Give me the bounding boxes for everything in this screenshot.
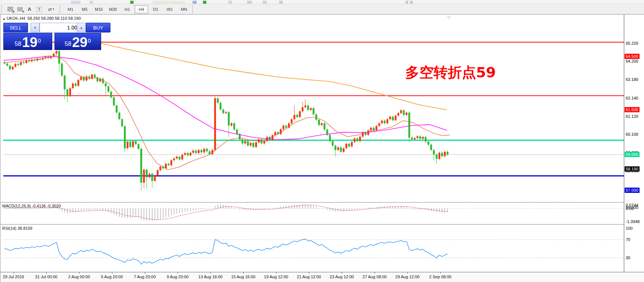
timeframe-button-m15[interactable]: M15 (92, 5, 106, 13)
clipped-icon (410, 1, 413, 4)
candle-body (61, 63, 63, 76)
time-axis-label: 23 Aug 12:00 (330, 275, 354, 279)
candle-body (354, 138, 356, 142)
clipped-icon (130, 1, 134, 4)
candle-body (107, 87, 109, 92)
timeframe-button-m1[interactable]: M1 (64, 5, 77, 13)
candle-body (397, 113, 399, 116)
candle-body (250, 143, 251, 145)
hatch-e-tool-icon[interactable]: E (5, 5, 15, 13)
buy-price-sup: 0 (88, 37, 91, 44)
rsi-plot[interactable] (3, 225, 624, 272)
candle-body (247, 141, 249, 145)
candle-body (255, 142, 257, 147)
candle-body (343, 148, 344, 152)
candle-body (110, 92, 112, 97)
candle-body (375, 126, 377, 131)
candle-body (370, 128, 372, 130)
time-axis-label: 2 Sep 08:00 (429, 275, 451, 279)
sell-price-sup: 0 (38, 37, 41, 44)
price-axis-label: 65.220 (626, 41, 638, 46)
text-label-tool-icon[interactable]: T (34, 5, 44, 13)
candle-body (329, 135, 331, 141)
candle-body (66, 90, 68, 96)
buy-button[interactable]: BUY (86, 23, 110, 32)
candle-body (64, 76, 66, 90)
sell-price-panel[interactable]: 58 19 0 (3, 33, 52, 50)
timeframe-button-w1[interactable]: W1 (163, 5, 176, 13)
time-tick (243, 272, 244, 274)
text-tool-icon[interactable]: A (25, 5, 34, 13)
candle-body (348, 144, 350, 146)
candle-body (282, 126, 284, 129)
timeframe-button-m5[interactable]: M5 (78, 5, 91, 13)
volume-down-spinner[interactable]: ▼ (31, 23, 40, 32)
candle-body (222, 110, 224, 113)
candle-body (422, 137, 424, 139)
price-axis-label: 60.100 (626, 132, 638, 137)
candle-body (321, 123, 323, 125)
timeframe-button-d1[interactable]: D1 (149, 5, 162, 13)
clipped-icon (247, 1, 252, 4)
candle-body (132, 141, 134, 147)
candle-body (220, 103, 222, 110)
timeframe-bar: M1M5M15M30H1H4D1W1MN (63, 5, 191, 13)
candle-body (233, 123, 235, 129)
time-tick (440, 272, 441, 274)
timeframe-button-m30[interactable]: M30 (106, 5, 120, 13)
buy-price-panel[interactable]: 58 29 0 (54, 33, 101, 50)
candle-body (318, 120, 320, 125)
grid-f-tool-icon[interactable]: F (15, 5, 25, 13)
rsi-title: RSI(14) 38.8159 (2, 226, 32, 231)
chart-shift-marker[interactable]: ▽ (447, 15, 450, 20)
candle-body (126, 142, 128, 148)
price-axis-label: 61.120 (626, 114, 638, 119)
candle-body (280, 129, 282, 134)
macd-title: MACD(12,26,9) -0.4136 -0.3033 (2, 204, 61, 208)
volume-input[interactable] (40, 23, 80, 32)
candle-body (231, 123, 232, 125)
panel-separator[interactable] (0, 202, 644, 203)
macd-plot[interactable] (3, 203, 624, 224)
candle-body (12, 67, 13, 69)
candle-body (261, 140, 263, 144)
candle-body (171, 160, 172, 165)
candle-body (217, 98, 219, 103)
ohlc-quote: 58.250 58.280 58.110 58.190 (28, 16, 81, 21)
time-axis-label: 31 Jul 00:00 (35, 275, 57, 279)
indicator-axis-label: 0.00 (626, 206, 634, 211)
toolbar-grip[interactable] (192, 6, 195, 13)
sell-button[interactable]: SELL (3, 23, 28, 32)
arrows-tool-icon[interactable]: ⇄▾ (44, 5, 58, 13)
candle-body (176, 157, 178, 159)
candle-body (138, 144, 140, 148)
candle-body (387, 119, 388, 123)
candle-body (392, 117, 394, 120)
timeframe-button-h4[interactable]: H4 (135, 5, 148, 13)
indicator-axis-label: 30 (626, 256, 630, 260)
volume-up-spinner[interactable]: ▲ (77, 23, 86, 32)
toolbar-grip[interactable] (1, 6, 4, 13)
candle-body (340, 147, 342, 152)
timeframe-button-mn[interactable]: MN (177, 5, 191, 13)
panel-separator[interactable] (0, 224, 644, 225)
candle-body (15, 64, 16, 67)
time-tick (375, 272, 375, 274)
candle-body (17, 64, 19, 65)
candle-body (69, 88, 71, 96)
chevron-down-icon: ▾ (53, 7, 54, 11)
time-axis-label: 15 Aug 16:00 (231, 275, 256, 279)
candle-body (313, 108, 315, 115)
candle-body (225, 112, 227, 113)
candle-body (381, 120, 383, 123)
candle-body (304, 106, 306, 107)
candle-body (430, 145, 432, 150)
symbol-quote-line: ▲UKOil-,H4 58.250 58.280 58.110 58.190 (3, 16, 81, 21)
candle-body (200, 150, 202, 152)
candle-body (135, 141, 137, 144)
candle-body (23, 62, 25, 63)
toolbar-grip[interactable] (59, 6, 62, 13)
candle-body (198, 150, 200, 153)
timeframe-button-h1[interactable]: H1 (121, 5, 134, 13)
clipped-icon (203, 1, 206, 4)
